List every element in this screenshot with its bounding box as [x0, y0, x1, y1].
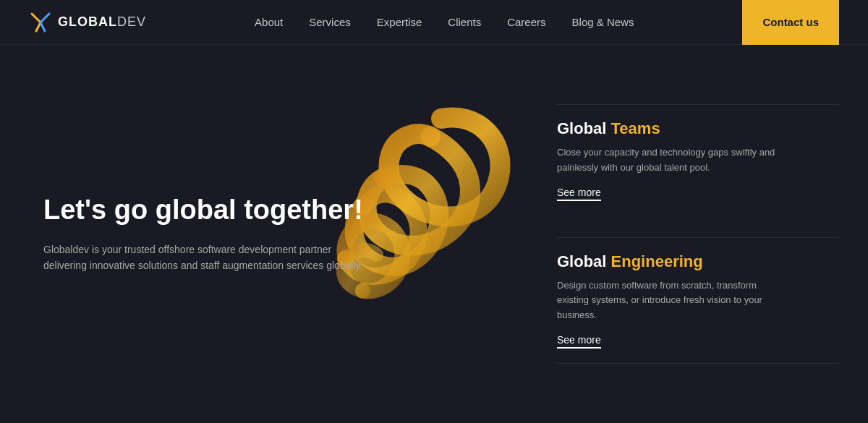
service-title-global-teams: Global Teams — [557, 119, 839, 138]
contact-button[interactable]: Contact us — [742, 0, 839, 45]
hero-heading: Let's go global together! — [43, 194, 391, 227]
see-more-global-teams[interactable]: See more — [557, 187, 601, 201]
hero-subtext: Globaldev is your trusted offshore softw… — [43, 242, 376, 274]
services-divider — [557, 215, 839, 237]
nav-item-services[interactable]: Services — [309, 16, 351, 28]
svg-line-1 — [41, 14, 49, 22]
see-more-global-engineering[interactable]: See more — [557, 334, 601, 349]
service-card-global-teams: Global Teams Close your capacity and tec… — [557, 104, 839, 215]
svg-line-0 — [32, 14, 41, 22]
service-title-global-engineering: Global Engineering — [557, 252, 839, 271]
nav-item-blog-news[interactable]: Blog & News — [572, 16, 634, 28]
service-desc-global-engineering: Design custom software from scratch, tra… — [557, 278, 788, 323]
logo-text: GLOBALDEV — [58, 14, 146, 30]
main-content: Let's go global together! Globaldev is y… — [0, 45, 868, 423]
logo-icon — [29, 11, 52, 34]
nav-item-careers[interactable]: Careers — [507, 16, 545, 28]
service-desc-global-teams: Close your capacity and technology gaps … — [557, 145, 788, 176]
hero-text-block: Let's go global together! Globaldev is y… — [43, 194, 499, 273]
nav-item-about[interactable]: About — [255, 16, 283, 28]
nav-item-expertise[interactable]: Expertise — [377, 16, 422, 28]
nav-item-clients[interactable]: Clients — [448, 16, 481, 28]
services-section: Global Teams Close your capacity and tec… — [542, 45, 868, 423]
svg-line-3 — [41, 22, 45, 31]
svg-line-2 — [36, 22, 41, 31]
main-nav: About Services Expertise Clients Careers… — [255, 16, 634, 28]
service-card-global-engineering: Global Engineering Design custom softwar… — [557, 237, 839, 364]
header: GLOBALDEV About Services Expertise Clien… — [0, 0, 868, 45]
logo[interactable]: GLOBALDEV — [29, 11, 146, 34]
hero-section: Let's go global together! Globaldev is y… — [0, 45, 542, 423]
